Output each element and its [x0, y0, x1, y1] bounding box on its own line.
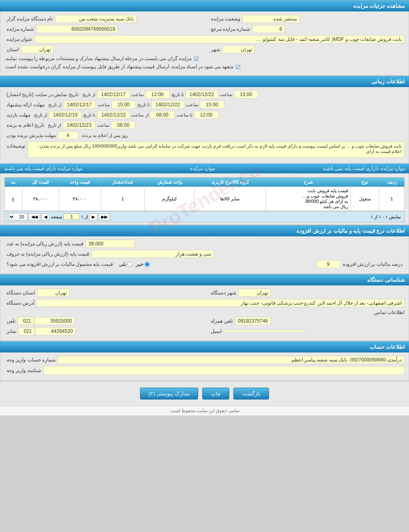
documents-button[interactable]: مدارک پیوستی (۲) [140, 388, 198, 400]
tax-no-label[interactable]: خیر [136, 261, 150, 267]
page-of-label: از ۱ [81, 214, 88, 220]
col-quantity: تعداد/مقدار [101, 178, 145, 187]
tax-yes-label[interactable]: بلی [119, 261, 133, 267]
status-value: منتشر شده [242, 15, 300, 23]
display-from-time: 12:00 [145, 90, 170, 99]
cell-type: منقول [350, 187, 379, 211]
page-last-btn[interactable]: ▶▶ [99, 213, 110, 220]
offer-to-time: 15:00 [200, 101, 224, 109]
mobile-label: تلفن همراه [209, 318, 235, 324]
account-name-label: شناسه واریز وجه [5, 368, 43, 373]
display-to-date: 1402/12/22 [185, 90, 218, 99]
print-button[interactable]: چاپ [202, 388, 229, 400]
device-province-label: استان دستگاه [5, 290, 37, 296]
visit-from-date: 1402/12/19 [49, 111, 81, 119]
col-category: گروه کالا/نوع کاربری [194, 178, 266, 187]
tax-percent-label: درصد مالیات بر ارزش افزوده [341, 261, 404, 267]
cell-unit-price: ۳۸،۰۰۰ [59, 187, 101, 211]
offer-from-date: 1402/12/17 [63, 101, 96, 109]
auction-number-value: 6002094769000018 [36, 25, 118, 33]
pagination-show-label: نمایش ۱ - ۱ از ۱ [371, 214, 401, 220]
per-page-select[interactable]: 20 50 100 [8, 213, 27, 220]
col-unit-price: قیمت واحد [59, 178, 101, 187]
base-price-value: 38,000 [86, 240, 135, 248]
mobile-value: 09192375746 [235, 317, 271, 325]
cell-total-price: ۳۸،۰۰۰ [22, 187, 59, 211]
page-label: صفحه [51, 214, 62, 220]
city-value: تهران [222, 45, 255, 54]
display-row-label: تاریخ نمایش در سایت (تاریخ انتشار) [5, 92, 81, 97]
tax-no-radio[interactable] [145, 262, 150, 267]
checkbox1-icon: ☑ [194, 56, 199, 62]
col-type: نوع [350, 178, 379, 187]
province-label: استان [5, 47, 21, 52]
province-value: تهران [21, 45, 54, 54]
acceptance-duration-label: مهلت پذیرش برنده بودن [5, 132, 58, 138]
page-prev-btn[interactable]: ◀ [41, 213, 50, 220]
cell-row: 1 [379, 187, 404, 211]
winner-announce-date: 1402/12/23 [63, 121, 95, 129]
col-total-price: قیمت کل [22, 178, 59, 187]
notes-value: بابت فروش ضایعات چوب و ... بر اساس لیست … [27, 141, 404, 158]
offer-row-label: مهلت ارائه بیشنهاد [5, 102, 47, 108]
page-first-btn[interactable]: ◀◀ [29, 213, 40, 220]
device-address-value: اشرفی اصفهانی- بعد از جلال آل احمد لاین … [36, 299, 404, 307]
auction-items-table: ردیف نوع شرح گروه کالا/نوع کاربری واحد ش… [5, 177, 404, 211]
visit-from-time: 08:00 [150, 111, 175, 119]
col-row: ردیف [379, 178, 404, 187]
fax-label: نمابر [5, 328, 18, 334]
base-price-label: قیمت پایه (ارزش ریالی مزایده) به عدد [5, 241, 86, 247]
auction-number-label: شماره مزایده [5, 26, 36, 32]
footer-buttons-bar: بازگشت چاپ مدارک پیوستی (۲) [0, 382, 409, 406]
device-province-value: تهران [37, 289, 70, 297]
display-to-time: 15:00 [234, 90, 258, 99]
winner-announce-label: تاریخ اعلام به برنده [5, 122, 46, 128]
visit-row-label: مهلت بازدید [5, 112, 32, 118]
phone-value: 35915050 [34, 317, 75, 325]
tax-yes-radio[interactable] [127, 262, 133, 267]
auction-items-header-bar: موارد مزایده داراری قیمت پایه نمی باشند … [0, 164, 409, 173]
cell-unit: کیلوگرم [145, 187, 194, 211]
account-info-header: اطلاعات حساب [0, 341, 409, 352]
cell-mod: خ [5, 187, 22, 211]
device-info-header: شناسانی دستگاه [0, 274, 409, 285]
base-price-text-label: قیمت پایه (ارزش ریالی مزایده) به حروف [5, 251, 91, 257]
price-tax-header: اطلاعات درج قیمت پایه و مالیات بر ارزش ا… [0, 225, 409, 236]
cell-category: سایر کالاها [194, 187, 266, 211]
back-button[interactable]: بازگشت [233, 388, 269, 400]
status-label: وضعیت مزایده [209, 16, 242, 22]
auction-items-sub-right: موارد مزایده دارای قیمت پایه می باشند [4, 166, 82, 171]
checkbox2-icon: ☑ [235, 64, 241, 70]
visit-to-date: 1402/12/22 [97, 111, 130, 119]
cell-desc: قیمت پایه فروش بابتفروش ضایعات چوب و....… [266, 187, 350, 211]
col-unit: واحد شمارش [145, 178, 194, 187]
account-name-value [43, 366, 404, 375]
city-label: شهر [209, 47, 222, 52]
table-row: 1 منقول قیمت پایه فروش بابتفروش ضایعات چ… [5, 187, 404, 211]
auction-items-header: موارد مزایده [190, 166, 215, 171]
offer-to-date: 1402/12/22 [151, 101, 184, 109]
display-from-date: 1402/12/17 [97, 90, 130, 99]
device-city-value: تهران [238, 289, 271, 297]
notes-label: توضیحات [5, 143, 27, 149]
visit-to-time: 12:00 [194, 111, 219, 119]
col-desc: شرح [266, 178, 350, 187]
checkbox1-text: مزایده گران می بایست در مرحله ارسال بیشن… [5, 56, 192, 61]
page-next-btn[interactable]: ▶ [89, 213, 97, 220]
fax-value: 44264520 [35, 327, 76, 335]
reference-number-label: شماره مزایده مرجع [209, 26, 253, 32]
tax-percent-value: 9 [316, 260, 341, 268]
email-value [224, 330, 305, 332]
cell-quantity: 1 [101, 187, 145, 211]
organizer-label: نام دستگاه مزایده گزار [5, 16, 55, 22]
fax-code: 021 [18, 327, 35, 335]
winner-announce-time: 08:00 [111, 121, 136, 129]
title-value: بابت فروش ضایعات چوب و MDF( کانتر شعبه-ک… [34, 35, 404, 43]
time-info-header: اطلاعات زمانی [0, 76, 409, 87]
account-number-label: شماره حساب واریز وجه [5, 357, 58, 363]
page-number-input[interactable] [63, 213, 80, 220]
offer-from-time: 15:00 [111, 101, 136, 109]
pagination-bar: نمایش ۱ - ۱ از ۱ ▶▶ ▶ از ۱ صفحه ◀ ◀◀ 20 … [5, 211, 404, 222]
pagination-controls[interactable]: ▶▶ ▶ از ۱ صفحه ◀ ◀◀ 20 50 100 [8, 213, 110, 220]
reference-number-value: 6 [252, 25, 285, 33]
